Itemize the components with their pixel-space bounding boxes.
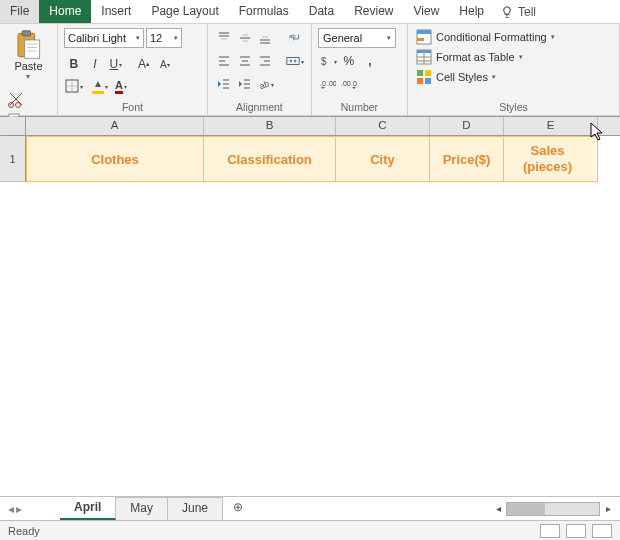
- svg-point-7: [16, 103, 21, 108]
- accounting-format-button[interactable]: $▾: [318, 51, 338, 71]
- column-header-c[interactable]: C: [336, 117, 430, 135]
- sheet-nav-buttons[interactable]: ◂ ▸: [0, 497, 60, 520]
- header-clothes[interactable]: Clothes: [26, 136, 204, 182]
- font-size-select[interactable]: 12▾: [146, 28, 182, 48]
- orientation-button[interactable]: ab▾: [256, 74, 276, 94]
- scrollbar-thumb[interactable]: [507, 503, 545, 515]
- menu-insert[interactable]: Insert: [91, 0, 141, 23]
- svg-text:.0: .0: [320, 80, 326, 87]
- sheet-tab-may[interactable]: May: [116, 497, 168, 520]
- svg-rect-2: [25, 40, 40, 58]
- svg-text:.00: .00: [341, 80, 351, 87]
- svg-rect-48: [417, 30, 431, 34]
- conditional-formatting-button[interactable]: Conditional Formatting▾: [414, 28, 613, 46]
- svg-text:$: $: [321, 56, 327, 67]
- normal-view-button[interactable]: [540, 524, 560, 538]
- column-header-d[interactable]: D: [430, 117, 504, 135]
- align-right-button[interactable]: [255, 51, 275, 71]
- increase-font-button[interactable]: A▴: [134, 54, 154, 74]
- svg-rect-34: [287, 58, 299, 65]
- sheet-tab-june[interactable]: June: [168, 497, 223, 520]
- comma-format-button[interactable]: ,: [360, 51, 380, 71]
- format-as-table-icon: [416, 49, 432, 65]
- font-name-value: Calibri Light: [68, 32, 126, 44]
- decrease-font-button[interactable]: A▾: [155, 54, 175, 74]
- underline-button[interactable]: U▾: [106, 54, 126, 74]
- align-center-button[interactable]: [235, 51, 255, 71]
- table-header-row: 1 Clothes Classification City Price($) S…: [0, 136, 620, 182]
- scrollbar-track: [506, 502, 600, 516]
- align-bottom-button[interactable]: [255, 28, 275, 48]
- add-sheet-button[interactable]: ⊕: [223, 497, 253, 520]
- group-font: Calibri Light▾ 12▾ B I U▾ A▴ A▾ ▾ ▾ A▾ F…: [58, 24, 208, 115]
- menu-help[interactable]: Help: [449, 0, 494, 23]
- styles-group-label: Styles: [414, 99, 613, 113]
- format-as-table-button[interactable]: Format as Table▾: [414, 48, 613, 66]
- menu-home[interactable]: Home: [39, 0, 91, 23]
- scroll-right-icon: ▸: [600, 503, 616, 514]
- menu-review[interactable]: Review: [344, 0, 403, 23]
- cut-button[interactable]: [6, 89, 26, 107]
- format-as-table-label: Format as Table: [436, 51, 515, 63]
- column-header-a[interactable]: A: [26, 117, 204, 135]
- borders-button[interactable]: ▾: [64, 76, 84, 96]
- svg-rect-57: [417, 78, 423, 84]
- view-controls: [540, 524, 612, 538]
- svg-text:.00: .00: [327, 80, 336, 87]
- number-format-value: General: [323, 32, 362, 44]
- sheet-tab-april[interactable]: April: [60, 497, 116, 520]
- svg-rect-56: [425, 70, 431, 76]
- font-color-button[interactable]: A▾: [111, 76, 131, 96]
- alignment-group-label: Alignment: [214, 99, 305, 113]
- bold-button[interactable]: B: [64, 54, 84, 74]
- page-layout-view-button[interactable]: [566, 524, 586, 538]
- increase-decimal-button[interactable]: .0.00: [318, 74, 338, 94]
- header-price[interactable]: Price($): [430, 136, 504, 182]
- menu-data[interactable]: Data: [299, 0, 344, 23]
- column-header-e[interactable]: E: [504, 117, 598, 135]
- align-left-button[interactable]: [214, 51, 234, 71]
- menu-file[interactable]: File: [0, 0, 39, 23]
- svg-rect-51: [417, 50, 431, 53]
- decrease-indent-button[interactable]: [214, 74, 234, 94]
- sheet-nav-prev-icon: ◂: [8, 502, 14, 516]
- merge-center-button[interactable]: ▾: [285, 51, 305, 71]
- percent-format-button[interactable]: %: [339, 51, 359, 71]
- header-classification[interactable]: Classification: [204, 136, 336, 182]
- row-header-1[interactable]: 1: [0, 136, 26, 182]
- fill-color-button[interactable]: ▾: [90, 76, 110, 96]
- horizontal-scrollbar[interactable]: ◂ ▸: [490, 497, 620, 520]
- increase-indent-button[interactable]: [235, 74, 255, 94]
- cell-styles-label: Cell Styles: [436, 71, 488, 83]
- header-city[interactable]: City: [336, 136, 430, 182]
- decrease-decimal-button[interactable]: .00.0: [339, 74, 359, 94]
- column-headers: A B C D E: [0, 116, 620, 136]
- conditional-formatting-icon: [416, 29, 432, 45]
- align-middle-button[interactable]: [235, 28, 255, 48]
- ribbon: Paste ▾ Clipboard Calibri Light▾ 12▾ B I…: [0, 24, 620, 116]
- paste-label: Paste: [14, 60, 42, 72]
- tell-me[interactable]: Tell: [494, 0, 542, 23]
- page-break-view-button[interactable]: [592, 524, 612, 538]
- header-sales[interactable]: Sales (pieces): [504, 136, 598, 182]
- group-number: General▾ $▾ % , .0.00 .00.0 Number: [312, 24, 408, 115]
- menu-page-layout[interactable]: Page Layout: [141, 0, 228, 23]
- italic-button[interactable]: I: [85, 54, 105, 74]
- scroll-left-icon: ◂: [490, 503, 506, 514]
- menu-formulas[interactable]: Formulas: [229, 0, 299, 23]
- paste-button[interactable]: Paste ▾: [6, 28, 51, 83]
- wrap-text-button[interactable]: ab: [285, 28, 305, 48]
- number-format-select[interactable]: General▾: [318, 28, 396, 48]
- font-name-select[interactable]: Calibri Light▾: [64, 28, 144, 48]
- svg-text:.0: .0: [351, 80, 357, 87]
- cell-styles-icon: [416, 69, 432, 85]
- column-header-b[interactable]: B: [204, 117, 336, 135]
- menu-view[interactable]: View: [404, 0, 450, 23]
- sheet-nav-next-icon: ▸: [16, 502, 22, 516]
- status-text: Ready: [8, 525, 40, 537]
- align-top-button[interactable]: [214, 28, 234, 48]
- cell-styles-button[interactable]: Cell Styles▾: [414, 68, 613, 86]
- number-group-label: Number: [318, 99, 401, 113]
- select-all-corner[interactable]: [0, 117, 26, 135]
- grid: 1 Clothes Classification City Price($) S…: [0, 136, 620, 476]
